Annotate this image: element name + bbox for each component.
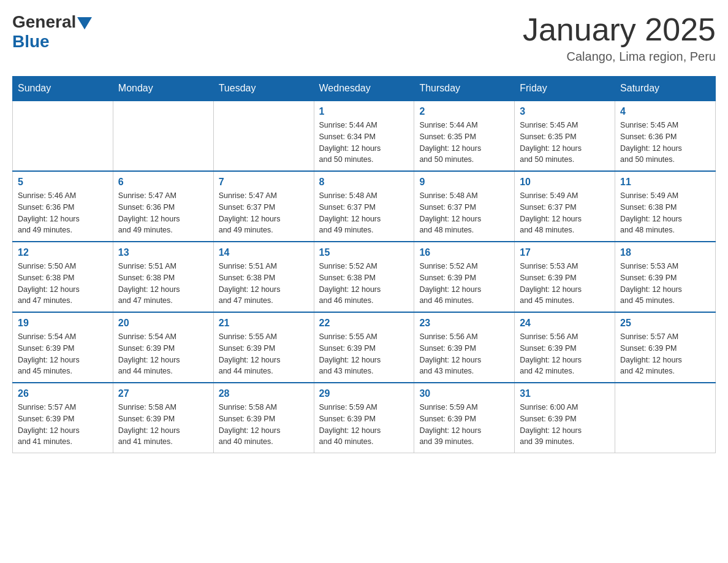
calendar-header-wednesday: Wednesday bbox=[314, 77, 414, 101]
calendar-header-saturday: Saturday bbox=[615, 77, 716, 101]
day-info: Sunrise: 5:46 AM Sunset: 6:36 PM Dayligh… bbox=[18, 190, 108, 236]
calendar-cell: 18Sunrise: 5:53 AM Sunset: 6:39 PM Dayli… bbox=[615, 242, 716, 312]
calendar-cell: 22Sunrise: 5:55 AM Sunset: 6:39 PM Dayli… bbox=[314, 312, 414, 383]
day-info: Sunrise: 5:55 AM Sunset: 6:39 PM Dayligh… bbox=[319, 331, 409, 377]
day-info: Sunrise: 5:44 AM Sunset: 6:35 PM Dayligh… bbox=[419, 120, 509, 166]
calendar-cell: 29Sunrise: 5:59 AM Sunset: 6:39 PM Dayli… bbox=[314, 383, 414, 453]
day-number: 3 bbox=[520, 106, 610, 117]
day-info: Sunrise: 5:52 AM Sunset: 6:38 PM Dayligh… bbox=[319, 261, 409, 307]
day-number: 23 bbox=[419, 318, 509, 329]
calendar-cell bbox=[213, 101, 314, 171]
calendar-cell: 14Sunrise: 5:51 AM Sunset: 6:38 PM Dayli… bbox=[213, 242, 314, 312]
day-number: 21 bbox=[219, 318, 309, 329]
day-number: 28 bbox=[219, 388, 309, 399]
day-info: Sunrise: 5:57 AM Sunset: 6:39 PM Dayligh… bbox=[620, 331, 710, 377]
day-number: 7 bbox=[219, 177, 309, 188]
day-number: 27 bbox=[118, 388, 208, 399]
logo-arrow-icon bbox=[77, 17, 92, 29]
calendar-table: SundayMondayTuesdayWednesdayThursdayFrid… bbox=[12, 76, 716, 453]
day-info: Sunrise: 5:48 AM Sunset: 6:37 PM Dayligh… bbox=[419, 190, 509, 236]
day-info: Sunrise: 5:48 AM Sunset: 6:37 PM Dayligh… bbox=[319, 190, 409, 236]
day-number: 8 bbox=[319, 177, 409, 188]
day-info: Sunrise: 5:52 AM Sunset: 6:39 PM Dayligh… bbox=[419, 261, 509, 307]
calendar-cell: 30Sunrise: 5:59 AM Sunset: 6:39 PM Dayli… bbox=[414, 383, 515, 453]
calendar-header-tuesday: Tuesday bbox=[213, 77, 314, 101]
day-info: Sunrise: 5:58 AM Sunset: 6:39 PM Dayligh… bbox=[118, 402, 208, 448]
title-section: January 2025 Calango, Lima region, Peru bbox=[523, 12, 716, 64]
calendar-cell: 21Sunrise: 5:55 AM Sunset: 6:39 PM Dayli… bbox=[213, 312, 314, 383]
day-info: Sunrise: 5:51 AM Sunset: 6:38 PM Dayligh… bbox=[118, 261, 208, 307]
calendar-cell bbox=[13, 101, 113, 171]
day-info: Sunrise: 5:47 AM Sunset: 6:37 PM Dayligh… bbox=[219, 190, 309, 236]
month-year-title: January 2025 bbox=[523, 12, 716, 47]
calendar-cell: 5Sunrise: 5:46 AM Sunset: 6:36 PM Daylig… bbox=[13, 171, 113, 242]
logo-blue-label: Blue bbox=[12, 32, 50, 52]
calendar-cell: 6Sunrise: 5:47 AM Sunset: 6:36 PM Daylig… bbox=[113, 171, 213, 242]
day-info: Sunrise: 5:54 AM Sunset: 6:39 PM Dayligh… bbox=[118, 331, 208, 377]
calendar-week-2: 5Sunrise: 5:46 AM Sunset: 6:36 PM Daylig… bbox=[13, 171, 716, 242]
day-info: Sunrise: 5:49 AM Sunset: 6:38 PM Dayligh… bbox=[620, 190, 710, 236]
day-info: Sunrise: 5:53 AM Sunset: 6:39 PM Dayligh… bbox=[620, 261, 710, 307]
calendar-cell: 23Sunrise: 5:56 AM Sunset: 6:39 PM Dayli… bbox=[414, 312, 515, 383]
day-number: 18 bbox=[620, 247, 710, 258]
calendar-cell: 7Sunrise: 5:47 AM Sunset: 6:37 PM Daylig… bbox=[213, 171, 314, 242]
day-info: Sunrise: 5:44 AM Sunset: 6:34 PM Dayligh… bbox=[319, 120, 409, 166]
day-number: 16 bbox=[419, 247, 509, 258]
day-number: 31 bbox=[520, 388, 610, 399]
day-info: Sunrise: 5:45 AM Sunset: 6:36 PM Dayligh… bbox=[620, 120, 710, 166]
day-number: 4 bbox=[620, 106, 710, 117]
calendar-cell: 24Sunrise: 5:56 AM Sunset: 6:39 PM Dayli… bbox=[515, 312, 615, 383]
day-number: 6 bbox=[118, 177, 208, 188]
calendar-header-sunday: Sunday bbox=[13, 77, 113, 101]
calendar-week-4: 19Sunrise: 5:54 AM Sunset: 6:39 PM Dayli… bbox=[13, 312, 716, 383]
calendar-cell: 4Sunrise: 5:45 AM Sunset: 6:36 PM Daylig… bbox=[615, 101, 716, 171]
logo: General Blue bbox=[12, 12, 92, 52]
day-number: 22 bbox=[319, 318, 409, 329]
location-subtitle: Calango, Lima region, Peru bbox=[523, 50, 716, 64]
calendar-week-3: 12Sunrise: 5:50 AM Sunset: 6:38 PM Dayli… bbox=[13, 242, 716, 312]
day-number: 13 bbox=[118, 247, 208, 258]
day-info: Sunrise: 5:54 AM Sunset: 6:39 PM Dayligh… bbox=[18, 331, 108, 377]
day-number: 20 bbox=[118, 318, 208, 329]
calendar-header-monday: Monday bbox=[113, 77, 213, 101]
day-number: 29 bbox=[319, 388, 409, 399]
day-number: 19 bbox=[18, 318, 108, 329]
day-number: 5 bbox=[18, 177, 108, 188]
logo-general-text: General bbox=[12, 12, 92, 32]
calendar-cell bbox=[113, 101, 213, 171]
calendar-cell: 3Sunrise: 5:45 AM Sunset: 6:35 PM Daylig… bbox=[515, 101, 615, 171]
calendar-cell: 15Sunrise: 5:52 AM Sunset: 6:38 PM Dayli… bbox=[314, 242, 414, 312]
calendar-header-friday: Friday bbox=[515, 77, 615, 101]
day-number: 17 bbox=[520, 247, 610, 258]
calendar-header-row: SundayMondayTuesdayWednesdayThursdayFrid… bbox=[13, 77, 716, 101]
calendar-cell: 12Sunrise: 5:50 AM Sunset: 6:38 PM Dayli… bbox=[13, 242, 113, 312]
calendar-cell: 25Sunrise: 5:57 AM Sunset: 6:39 PM Dayli… bbox=[615, 312, 716, 383]
calendar-cell: 20Sunrise: 5:54 AM Sunset: 6:39 PM Dayli… bbox=[113, 312, 213, 383]
day-number: 10 bbox=[520, 177, 610, 188]
day-info: Sunrise: 5:49 AM Sunset: 6:37 PM Dayligh… bbox=[520, 190, 610, 236]
day-info: Sunrise: 5:56 AM Sunset: 6:39 PM Dayligh… bbox=[520, 331, 610, 377]
day-info: Sunrise: 5:57 AM Sunset: 6:39 PM Dayligh… bbox=[18, 402, 108, 448]
calendar-cell: 26Sunrise: 5:57 AM Sunset: 6:39 PM Dayli… bbox=[13, 383, 113, 453]
day-number: 14 bbox=[219, 247, 309, 258]
day-info: Sunrise: 6:00 AM Sunset: 6:39 PM Dayligh… bbox=[520, 402, 610, 448]
day-number: 30 bbox=[419, 388, 509, 399]
calendar-week-5: 26Sunrise: 5:57 AM Sunset: 6:39 PM Dayli… bbox=[13, 383, 716, 453]
day-number: 26 bbox=[18, 388, 108, 399]
calendar-cell bbox=[615, 383, 716, 453]
day-info: Sunrise: 5:47 AM Sunset: 6:36 PM Dayligh… bbox=[118, 190, 208, 236]
calendar-cell: 9Sunrise: 5:48 AM Sunset: 6:37 PM Daylig… bbox=[414, 171, 515, 242]
day-info: Sunrise: 5:53 AM Sunset: 6:39 PM Dayligh… bbox=[520, 261, 610, 307]
calendar-cell: 27Sunrise: 5:58 AM Sunset: 6:39 PM Dayli… bbox=[113, 383, 213, 453]
day-info: Sunrise: 5:56 AM Sunset: 6:39 PM Dayligh… bbox=[419, 331, 509, 377]
day-info: Sunrise: 5:59 AM Sunset: 6:39 PM Dayligh… bbox=[419, 402, 509, 448]
calendar-cell: 16Sunrise: 5:52 AM Sunset: 6:39 PM Dayli… bbox=[414, 242, 515, 312]
day-info: Sunrise: 5:51 AM Sunset: 6:38 PM Dayligh… bbox=[219, 261, 309, 307]
calendar-cell: 2Sunrise: 5:44 AM Sunset: 6:35 PM Daylig… bbox=[414, 101, 515, 171]
page-header: General Blue January 2025 Calango, Lima … bbox=[12, 12, 716, 64]
logo-general-label: General bbox=[12, 12, 76, 32]
calendar-cell: 13Sunrise: 5:51 AM Sunset: 6:38 PM Dayli… bbox=[113, 242, 213, 312]
calendar-cell: 11Sunrise: 5:49 AM Sunset: 6:38 PM Dayli… bbox=[615, 171, 716, 242]
day-number: 24 bbox=[520, 318, 610, 329]
calendar-cell: 28Sunrise: 5:58 AM Sunset: 6:39 PM Dayli… bbox=[213, 383, 314, 453]
